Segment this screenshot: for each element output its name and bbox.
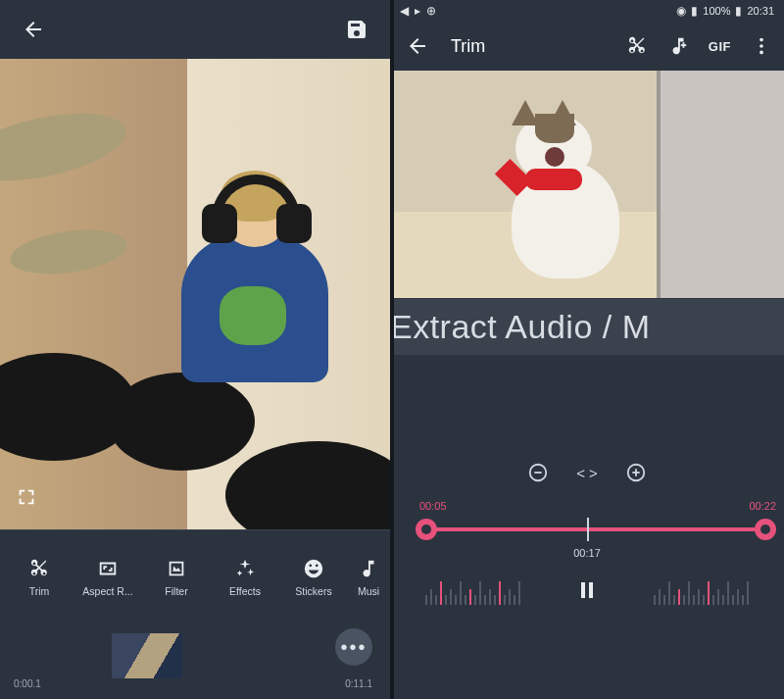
svg-rect-8: [581, 582, 585, 598]
video-preview[interactable]: [0, 59, 390, 529]
stickers-tool[interactable]: Stickers: [280, 558, 347, 597]
gif-button[interactable]: GIF: [709, 39, 731, 54]
music-tool[interactable]: Musi: [349, 558, 388, 597]
signal-icon: ▮: [691, 4, 698, 18]
ellipsis-icon: •••: [340, 636, 367, 659]
wifi-icon: ◉: [676, 4, 686, 18]
overflow-menu[interactable]: [751, 35, 772, 57]
tool-label: Aspect R...: [82, 585, 132, 597]
trim-pane: ◀ ▸ ⊕ ◉ ▮ 100% ▮ 20:31 Trim GIF: [390, 0, 784, 699]
trim-start-handle[interactable]: [416, 519, 437, 540]
svg-point-2: [760, 51, 763, 55]
svg-point-0: [760, 38, 763, 42]
timeline[interactable]: 0:00.1 0:11.1 •••: [0, 613, 390, 699]
cast-icon: ⊕: [426, 4, 436, 18]
ruler-left[interactable]: [425, 579, 520, 605]
extract-audio-label[interactable]: Extract Audio / M: [390, 298, 784, 355]
trim-fill: [425, 527, 768, 531]
svg-point-1: [760, 44, 763, 48]
nav-icon: ◀: [400, 4, 409, 18]
playhead-label: 00:17: [573, 547, 601, 559]
trim-header: Trim GIF: [390, 22, 784, 71]
tool-label: Trim: [29, 585, 50, 597]
preview-subject: [498, 114, 645, 282]
zoom-in-button[interactable]: [625, 462, 647, 483]
trim-tool[interactable]: Trim: [6, 558, 73, 597]
status-right: ◉ ▮ 100% ▮ 20:31: [676, 4, 774, 18]
zoom-out-button[interactable]: [527, 462, 549, 483]
svg-rect-9: [589, 582, 593, 598]
clip-thumbnail[interactable]: [112, 633, 182, 678]
trim-end-label: 00:22: [749, 500, 776, 512]
effects-tool[interactable]: Effects: [212, 558, 278, 597]
tool-label: Filter: [165, 585, 187, 597]
page-title: Trim: [451, 36, 609, 57]
tool-label: Musi: [358, 585, 379, 597]
preview-subject: [176, 176, 333, 392]
time-start: 0:00.1: [14, 678, 41, 689]
save-button[interactable]: [341, 14, 372, 45]
aspect-ratio-tool[interactable]: Aspect R...: [74, 558, 141, 597]
fullscreen-icon[interactable]: [16, 486, 37, 514]
status-bar: ◀ ▸ ⊕ ◉ ▮ 100% ▮ 20:31: [390, 0, 784, 22]
editor-pane-main: Trim Aspect R... Filter Effects Stickers…: [0, 0, 390, 699]
preview-fridge: [657, 71, 784, 298]
add-music-button[interactable]: [667, 35, 689, 57]
playhead-indicator[interactable]: [587, 518, 589, 541]
trim-end-handle[interactable]: [755, 519, 776, 540]
pause-button[interactable]: [575, 578, 599, 606]
zoom-fit-button[interactable]: < >: [576, 465, 598, 481]
battery-icon: ▮: [735, 4, 742, 18]
tool-label: Stickers: [295, 585, 331, 597]
clock: 20:31: [747, 5, 774, 17]
back-button[interactable]: [18, 14, 49, 45]
status-left: ◀ ▸ ⊕: [400, 4, 436, 18]
zoom-controls: < >: [390, 443, 784, 502]
cut-button[interactable]: [626, 35, 648, 57]
bottom-toolbar: Trim Aspect R... Filter Effects Stickers…: [0, 529, 390, 618]
time-end: 0:11.1: [345, 678, 372, 689]
back-button[interactable]: [402, 30, 433, 62]
editor-header: [0, 0, 390, 59]
youtube-icon: ▸: [415, 4, 420, 18]
trim-preview[interactable]: [390, 71, 784, 298]
trim-start-label: 00:05: [419, 500, 447, 512]
filter-tool[interactable]: Filter: [143, 558, 210, 597]
ruler-right[interactable]: [654, 579, 749, 605]
transport-controls: [390, 557, 784, 627]
trim-slider[interactable]: 00:05 00:22 00:17: [390, 502, 784, 557]
battery-pct: 100%: [703, 5, 730, 17]
pane-divider: [390, 0, 394, 699]
header-actions: GIF: [626, 35, 772, 57]
more-button[interactable]: •••: [335, 628, 372, 666]
tool-label: Effects: [229, 585, 261, 597]
